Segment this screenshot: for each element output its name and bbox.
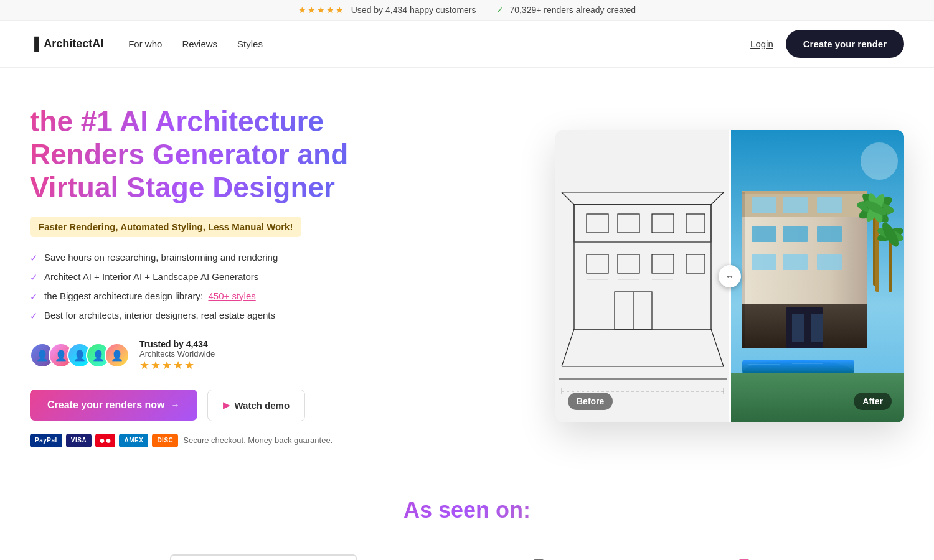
create-render-button[interactable]: Create your render [786,30,904,58]
amex-badge: AMEX [119,434,148,447]
feature-text-3: the Biggest architecture design library:… [44,291,256,301]
top-banner: ★★★★★ Used by 4,434 happy customers ✓ 70… [0,0,934,21]
create-renders-button[interactable]: Create your renders now → [30,390,197,421]
nav-links: For who Reviews Styles [128,39,263,49]
login-link[interactable]: Login [750,39,773,49]
after-panel: After [730,130,904,422]
check-icon: ✓ [496,5,504,15]
payment-text: Secure checkout. Money back guarantee. [183,436,333,445]
logo-text: ArchitectAI [44,37,103,50]
feature-item-4: ✓ Best for architects, interior designer… [30,310,354,322]
paypal-badge: PayPal [30,434,62,447]
check-icon-3: ✓ [30,291,38,302]
visa-badge: VISA [66,434,92,447]
renders-count: ✓ 70,329+ renders already created [496,5,636,15]
svg-rect-65 [742,192,745,348]
nav-link-styles[interactable]: Styles [237,39,263,49]
banner-stars-text: ★★★★★ Used by 4,434 happy customers [298,5,476,15]
watch-demo-button[interactable]: ▶ Watch demo [207,390,306,421]
avatar-5: 👤 [105,343,130,368]
payment-badges: PayPal VISA ●● AMEX DISC [30,434,178,447]
as-seen-on-section: As seen on: i Interesting Engineering T … [0,472,934,560]
nav-link-reviews[interactable]: Reviews [182,39,217,49]
svg-rect-40 [817,226,842,242]
feature-text-4: Best for architects, interior designers,… [44,310,275,320]
svg-rect-35 [752,197,776,213]
before-panel: Before [555,130,730,422]
svg-rect-36 [783,197,808,213]
svg-rect-42 [783,254,808,270]
svg-rect-43 [817,254,842,270]
check-icon-2: ✓ [30,272,38,283]
svg-rect-64 [742,191,867,194]
as-seen-logos: i Interesting Engineering T TechMarket + [30,542,904,560]
svg-rect-38 [752,226,776,242]
navbar-left: ▐ ArchitectAI For who Reviews Styles [30,37,263,51]
feature-list: ✓ Save hours on researching, brainstormi… [30,252,354,322]
feature-item-3: ✓ the Biggest architecture design librar… [30,291,354,302]
feature-text-2: Architect AI + Interior AI + Landscape A… [44,271,258,282]
as-seen-title: As seen on: [30,497,904,523]
discover-badge: DISC [152,434,178,447]
feature-text-1: Save hours on researching, brainstorming… [44,252,278,263]
navbar-right: Login Create your render [750,30,904,58]
social-text: Trusted by 4,434 Architects Worldwide ★★… [139,339,215,372]
svg-rect-37 [817,197,842,213]
social-stars: ★★★★★ [139,358,215,372]
check-icon-4: ✓ [30,310,38,322]
check-icon-1: ✓ [30,253,38,264]
feature-item-2: ✓ Architect AI + Interior AI + Landscape… [30,271,354,283]
navbar: ▐ ArchitectAI For who Reviews Styles Log… [0,21,934,68]
demo-label: Watch demo [235,400,290,411]
payment-row: PayPal VISA ●● AMEX DISC Secure checkout… [30,434,354,447]
hero-title-line1: the #1 AI Architecture [30,105,324,138]
hero-section: the #1 AI Architecture Renders Generator… [0,68,934,472]
arrow-icon: → [171,400,180,410]
logo[interactable]: ▐ ArchitectAI [30,37,103,51]
after-label: After [854,393,892,410]
svg-rect-39 [783,226,808,242]
create-renders-label: Create your renders now [47,399,165,411]
hero-title-line3: Virtual Stage Designer [30,171,335,203]
hero-title-line2: Renders Generator and [30,138,348,170]
before-after-slider[interactable]: Before [555,130,904,422]
hero-left: the #1 AI Architecture Renders Generator… [30,105,354,447]
nav-link-for-who[interactable]: For who [128,39,162,49]
svg-rect-48 [742,360,854,373]
hero-subtitle: Faster Rendering, Automated Styling, Les… [30,217,301,237]
hero-buttons: Create your renders now → ▶ Watch demo [30,390,354,421]
slider-icon: ↔ [725,271,734,281]
used-by-text: Used by 4,434 happy customers [351,5,476,15]
play-icon: ▶ [223,400,230,410]
svg-rect-41 [752,254,776,270]
trusted-sub: Architects Worldwide [139,349,215,358]
avatars: 👤 👤 👤 👤 👤 [30,343,130,368]
mastercard-badge: ●● [95,434,115,447]
hero-title: the #1 AI Architecture Renders Generator… [30,105,354,204]
svg-rect-45 [792,314,804,342]
stars-icon: ★★★★★ [298,5,345,15]
before-label: Before [568,393,613,410]
hero-right: Before [555,130,904,422]
trusted-text: Trusted by 4,434 [139,339,215,349]
slider-handle[interactable]: ↔ [719,265,741,287]
bottom-strip-placeholder [170,554,357,560]
styles-link[interactable]: 450+ styles [208,291,255,301]
svg-rect-46 [811,314,823,342]
feature-item-1: ✓ Save hours on researching, brainstormi… [30,252,354,264]
logo-icon: ▐ [30,37,39,51]
svg-point-31 [861,142,898,180]
social-proof: 👤 👤 👤 👤 👤 Trusted by 4,434 Architects Wo… [30,339,354,372]
